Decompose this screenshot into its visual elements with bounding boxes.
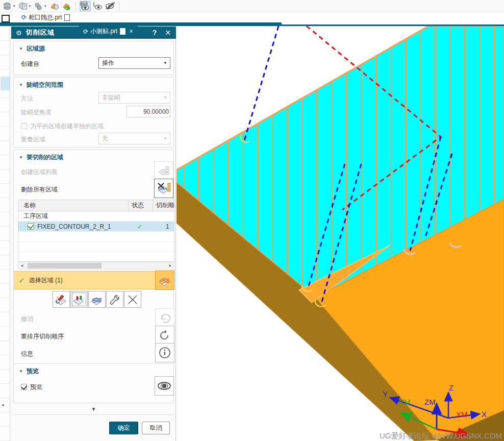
regions-table[interactable]: 名称 状态 切削顺 工序区域 FIXED_CONTOUR_2_R_1 ✓ 1 [18,200,174,262]
display-button[interactable] [155,376,174,396]
flat-area-checkbox-label: 为平的区域创建单独的区域 [30,122,104,131]
hide-toolpath-icon[interactable] [104,1,115,11]
table-row-operation[interactable]: FIXED_CONTOUR_2_R_1 ✓ 1 [18,222,174,232]
group-region-source: ▼ 区域源 创建自 操作 ▼ [13,41,174,75]
tab-part-1[interactable]: ⟳ 柜口隋总.prt [17,12,74,22]
tab-close-icon[interactable]: ✕ [129,28,133,35]
column-status[interactable]: 状态 [128,200,153,211]
toolbar-separator [119,2,119,11]
section-collapse-icon[interactable]: ▼ [19,155,23,160]
steep-wall-angle-field[interactable]: 90.00000 [127,106,170,117]
tab-label: 小测贴.prt [90,27,117,36]
scrollbar-thumb[interactable] [28,263,102,268]
mark-region-button[interactable] [70,291,88,308]
scroll-right-icon[interactable]: ► [167,263,174,268]
axis-label-y: Y [383,389,388,398]
region-list-button[interactable] [88,291,106,308]
verify-toolpath-icon[interactable] [61,1,72,11]
row-checkbox-checked[interactable] [28,223,34,230]
scroll-left-icon[interactable]: ◄ [18,263,26,268]
regions-table-header[interactable]: 名称 状态 切削顺 [18,200,174,211]
table-row-empty [18,232,174,242]
table-row-empty [18,252,174,262]
ok-button[interactable]: 确定 [109,422,138,434]
reorder-label: 重排序切削顺序 [21,332,64,341]
chevron-down-icon: ▼ [163,136,167,141]
top-toolbar: ▾ ▾ ▾ MCS [0,0,504,12]
workpiece-display-icon[interactable] [2,1,13,11]
model-view[interactable]: Z Y X ZM YM XM UG爱好者论坛 WWW.UGSNX.COM [177,26,504,441]
table-row-empty [18,242,174,252]
palette-collapse-icon[interactable]: ◂ [2,402,4,407]
preview-checkbox[interactable] [21,384,27,390]
dialog-collapse-arrow[interactable]: ▼ [11,406,176,412]
table-horizontal-scrollbar[interactable]: ◄ ► [18,262,174,270]
dialog-help-button[interactable]: ? [153,29,157,37]
edit-region-icon [55,293,68,306]
info-button[interactable] [155,343,174,362]
left-palette-strip: ◂ [0,27,10,441]
undo-label: 撤消 [21,315,33,324]
selection-check-icon: ✓ [19,276,25,284]
info-label: 信息 [21,350,33,358]
section-preview[interactable]: ▼ 预览 [14,364,173,376]
axis-visibility-icon[interactable] [92,1,103,11]
dropdown-caret-icon[interactable]: ▾ [29,4,31,8]
mcs-visibility-icon[interactable]: MCS [80,1,91,11]
toolbar-separator [75,2,76,11]
tab-part-2-active[interactable]: ⟳ 小测贴.prt ✕ [79,24,138,38]
axis-label-zm: ZM [424,398,436,406]
section-collapse-icon[interactable]: ▼ [19,369,23,374]
remove-all-regions-icon [157,181,171,195]
create-region-list-label: 创建区域列表 [21,168,58,177]
create-from-label: 创建自 [21,60,39,68]
group-steep-containment: ▼ 陡峭空间范围 方法 非陡峭 ▼ 陡峭壁角度 90.00000 为平的区域创建… [13,77,174,148]
flat-area-checkbox [21,123,27,129]
dropdown-caret-icon[interactable]: ▾ [44,4,46,8]
select-region-prompt[interactable]: ✓ 选择区域 (1) [14,271,174,289]
method-dropdown: 非陡峭 ▼ [98,92,170,104]
select-region-label: 选择区域 (1) [29,276,63,285]
machining-gears-icon[interactable] [33,1,44,11]
section-steep[interactable]: ▼ 陡峭空间范围 [14,78,173,89]
post-tools-icon[interactable] [48,1,60,11]
column-order[interactable]: 切削顺 [153,200,174,211]
window-restore-icon[interactable] [2,15,10,22]
overlap-label: 重叠区域 [21,135,45,144]
cut-order-value: 1 [162,223,174,230]
axis-label-x: X [482,410,487,419]
settings-wrench-button[interactable] [106,291,123,308]
palette-active-cell[interactable] [1,77,10,90]
section-region-source[interactable]: ▼ 区域源 [14,41,173,53]
svg-text:MCS: MCS [81,2,88,5]
dialog-separator [13,414,174,415]
undo-icon [158,311,171,325]
cancel-button[interactable]: 取消 [142,422,170,434]
tree-branch-line [23,226,27,227]
create-region-list-button [154,161,173,181]
operation-navigator-icon[interactable] [17,1,29,11]
edit-region-button[interactable] [53,291,70,308]
chevron-down-icon: ▼ [163,61,167,65]
status-check-icon: ✓ [133,223,162,230]
clear-selection-button[interactable] [124,291,141,308]
dialog-close-button[interactable]: ✕ [165,29,171,37]
axis-label-z: Z [449,383,453,392]
table-row-group[interactable]: 工序区域 [18,211,174,222]
page-icon[interactable] [64,14,70,21]
watermark-text: UG爱好者论坛 WWW.UGSNX.COM [380,431,502,440]
column-name[interactable]: 名称 [23,201,128,210]
create-from-dropdown[interactable]: 操作 ▼ [98,57,170,69]
method-label: 方法 [21,94,33,103]
create-region-list-icon [157,164,170,178]
selected-region-icon [158,273,172,287]
graphics-viewport[interactable]: Z Y X ZM YM XM UG爱好者论坛 WWW.UGSNX.COM [177,26,504,441]
dropdown-caret-icon[interactable]: ▾ [13,4,15,8]
select-region-button[interactable] [155,271,174,290]
remove-all-regions-button[interactable] [154,179,173,198]
reorder-button[interactable] [155,326,174,345]
page-icon[interactable] [120,28,125,35]
section-collapse-icon[interactable]: ▼ [19,83,23,87]
section-regions[interactable]: ▼ 要切削的区域 [14,150,173,162]
section-collapse-icon[interactable]: ▼ [19,46,23,51]
